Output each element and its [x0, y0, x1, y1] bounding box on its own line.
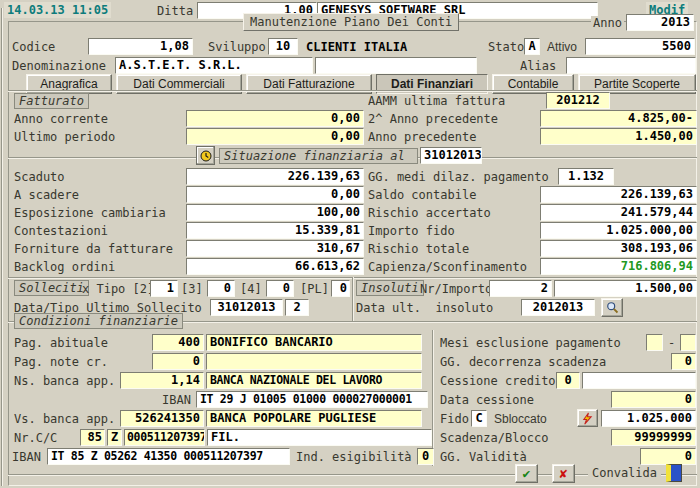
mesi-esclusione-a-field[interactable] — [680, 334, 696, 351]
insoluti-nr-field[interactable]: 2 — [489, 280, 552, 297]
iban-ns-field[interactable]: IT 29 J 01005 01000 000027000001 — [196, 391, 428, 408]
tipo-ultimo-sollecito-field[interactable]: 2 — [285, 299, 309, 316]
data-ultimo-sollecito-field[interactable]: 31012013 — [210, 299, 283, 316]
anno-corrente-field[interactable]: 0,00 — [186, 110, 364, 127]
ns-banca-code-field[interactable]: 1,14 — [120, 372, 204, 389]
data-ultimo-insoluto-field[interactable]: 2012013 — [521, 299, 595, 316]
search-icon — [606, 301, 619, 314]
cancel-button[interactable]: ✘ — [552, 464, 575, 483]
situazione-date-field[interactable]: 31012013 — [420, 147, 482, 164]
esposizione-field[interactable]: 100,00 — [186, 204, 364, 221]
mesi-esclusione-da-field[interactable] — [646, 334, 663, 351]
solleciti-tipo2-field[interactable]: 1 — [150, 280, 178, 297]
cessione-credito-extra-field[interactable] — [582, 372, 696, 389]
saldo-contabile-field[interactable]: 226.139,63 — [540, 186, 697, 203]
importo-fido-field[interactable]: 1.025.000,00 — [540, 222, 697, 239]
solleciti-tipo4-field[interactable]: 0 — [266, 280, 294, 297]
solleciti-tipo-label: x Tipo [2] — [82, 282, 154, 297]
fido-code-field[interactable]: C — [471, 410, 487, 427]
scadenza-blocco-label: Scadenza/Blocco — [440, 431, 548, 446]
nrcc-label: Nr.C/C — [14, 431, 57, 446]
contestazioni-field[interactable]: 15.339,81 — [186, 222, 364, 239]
codice-field[interactable]: 1,08 — [88, 38, 193, 55]
nrcc-numero-field[interactable]: 000511207397 — [124, 429, 205, 446]
conto-field[interactable]: 5500 — [585, 38, 695, 55]
gg-validita-label: GG. Validità — [440, 450, 527, 465]
fido-toggle-button[interactable] — [577, 409, 598, 427]
rischio-accertato-field[interactable]: 241.579,44 — [540, 204, 697, 221]
nrcc-filiale-field[interactable]: FIL. — [207, 429, 432, 446]
backlog-label: Backlog ordini — [14, 260, 115, 275]
timestamp: 14.03.13 11:05 — [4, 2, 111, 18]
recalc-button[interactable] — [196, 146, 215, 165]
saldo-contabile-label: Saldo contabile — [368, 188, 476, 203]
mesi-esclusione-label: Mesi esclusione pagamento — [440, 336, 621, 351]
backlog-field[interactable]: 66.613,62 — [186, 258, 364, 275]
ultimo-periodo-field[interactable]: 0,00 — [186, 128, 364, 145]
ns-banca-desc-field[interactable]: BANCA NAZIONALE DEL LAVORO — [206, 372, 422, 389]
solleciti-tipopl-field[interactable]: 0 — [331, 280, 350, 297]
anno-precedente2-field[interactable]: 4.825,00- — [540, 110, 697, 127]
gg-validita-field[interactable]: 0 — [640, 448, 696, 465]
gg-decorrenza-field[interactable]: 0 — [671, 353, 696, 370]
pag-note-code-field[interactable]: 0 — [152, 353, 204, 370]
stato-field[interactable]: A — [524, 38, 540, 55]
denominazione-field[interactable]: A.S.T.E.T. S.R.L. — [115, 57, 313, 74]
contestazioni-label: Contestazioni — [14, 224, 108, 239]
confirm-button[interactable]: ✔ — [515, 464, 538, 483]
data-cessione-field[interactable]: 0 — [611, 391, 696, 408]
x-icon: ✘ — [560, 466, 568, 481]
pag-note-desc-field[interactable] — [206, 353, 422, 370]
capienza-label: Capienza/Sconfinamento — [368, 260, 527, 275]
nrcc-cin-field[interactable]: Z — [107, 429, 122, 446]
scadenza-blocco-field[interactable]: 99999999 — [611, 429, 696, 446]
a-scadere-field[interactable]: 0,00 — [186, 186, 364, 203]
rischio-totale-label: Rischio totale — [368, 242, 469, 257]
vs-banca-code-field[interactable]: 526241350 — [120, 410, 204, 427]
cessione-credito-field[interactable]: 0 — [556, 372, 580, 389]
denominazione-extra-field[interactable] — [315, 57, 477, 74]
anno-precedente2-label: 2^ Anno precedente — [368, 112, 498, 127]
gg-decorrenza-label: GG. decorrenza scadenza — [440, 355, 606, 370]
solleciti-tipo3-field[interactable]: 0 — [207, 280, 235, 297]
anno-corrente-label: Anno corrente — [14, 112, 108, 127]
forniture-field[interactable]: 310,67 — [186, 240, 364, 257]
aamm-label: AAMM ultima fattura — [368, 94, 505, 109]
insoluti-nr-label: Nr/Importo — [420, 282, 492, 297]
aamm-field[interactable]: 201212 — [546, 92, 610, 109]
insoluti-chip: Insoluti — [356, 280, 424, 296]
iban-ns-label: IBAN — [162, 393, 191, 408]
fido-importo-field[interactable]: 1.025.000 — [601, 410, 696, 427]
insoluto-lookup-button[interactable] — [601, 298, 623, 317]
check-icon: ✔ — [523, 466, 531, 481]
solleciti-chip: Solleciti — [14, 280, 89, 296]
pag-abituale-label: Pag. abituale — [14, 336, 108, 351]
capienza-field[interactable]: 716.806,94 — [540, 258, 697, 275]
fido-label: Fido — [440, 412, 469, 427]
text-cursor — [666, 464, 682, 482]
stato-label: Stato — [488, 40, 524, 55]
ns-banca-label: Ns. banca app. — [14, 374, 115, 389]
insoluti-importo-field[interactable]: 1.500,00 — [554, 280, 697, 297]
nrcc-abi-field[interactable]: 85 — [80, 429, 105, 446]
pag-abituale-desc-field[interactable]: BONIFICO BANCARIO — [206, 334, 422, 351]
sviluppo-field[interactable]: 10 — [268, 38, 298, 55]
iban-vs-field[interactable]: IT 85 Z 05262 41350 000511207397 — [47, 448, 290, 465]
alias-field[interactable] — [566, 57, 696, 74]
iban-vs-label: IBAN — [12, 450, 41, 465]
cessione-credito-label: Cessione credito — [440, 374, 556, 389]
anno-precedente-field[interactable]: 1.450,00 — [540, 128, 697, 145]
rischio-totale-field[interactable]: 308.193,06 — [540, 240, 697, 257]
pag-abituale-code-field[interactable]: 400 — [152, 334, 204, 351]
anno-label: Anno — [591, 16, 624, 31]
anno-field[interactable]: 2013 — [626, 14, 694, 31]
codice-label: Codice — [12, 40, 55, 55]
gg-dilazione-field[interactable]: 1.132 — [558, 168, 614, 185]
condizioni-chip: Condizioni finanziarie — [14, 313, 183, 329]
data-cessione-label: Data cessione — [440, 393, 534, 408]
vs-banca-desc-field[interactable]: BANCA POPOLARE PUGLIESE — [206, 410, 422, 427]
data-ultimo-insoluto-label: Data ult. insoluto — [356, 301, 493, 316]
ind-esigibilita-field[interactable]: 0 — [417, 448, 434, 465]
ultimo-periodo-label: Ultimo periodo — [14, 130, 115, 145]
scaduto-field[interactable]: 226.139,63 — [186, 168, 364, 185]
